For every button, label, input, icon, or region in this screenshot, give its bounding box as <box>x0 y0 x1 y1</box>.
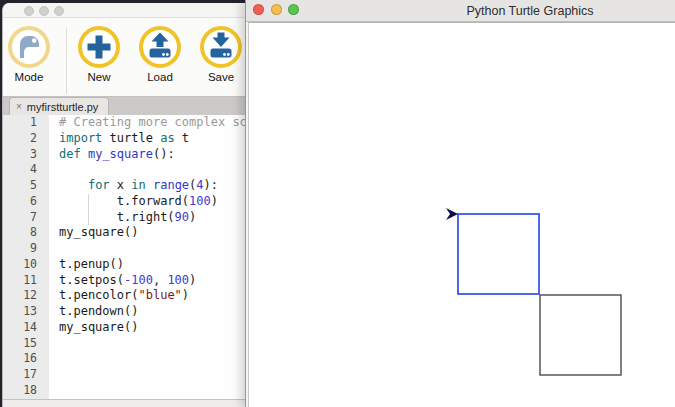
load-icon <box>138 25 182 69</box>
line-number: 15 <box>3 336 49 352</box>
line-number: 10 <box>3 257 49 273</box>
code-line[interactable]: 13t.pendown() <box>3 304 245 320</box>
code-text: t.pencolor("blue") <box>49 288 189 304</box>
code-line[interactable]: 9 <box>3 241 245 257</box>
new-button[interactable]: New <box>71 25 127 83</box>
black-square <box>540 295 621 375</box>
code-text: for x in range(4): <box>49 178 218 194</box>
code-text: def my_square(): <box>49 147 175 163</box>
code-text <box>49 336 59 352</box>
mode-button-label: Mode <box>2 71 57 83</box>
turtle-canvas[interactable] <box>248 22 675 407</box>
new-file-icon <box>77 25 121 69</box>
turtle-graphics-window: Python Turtle Graphics <box>245 0 675 407</box>
line-number: 3 <box>3 147 49 163</box>
code-line[interactable]: 2import turtle as t <box>3 131 245 147</box>
code-line[interactable]: 7 t.right(90) <box>3 210 245 226</box>
line-number: 5 <box>3 178 49 194</box>
turtle-cursor-icon <box>446 208 458 220</box>
code-text: t.penup() <box>49 257 124 273</box>
code-text <box>49 162 59 178</box>
code-line[interactable]: 17 <box>3 367 245 383</box>
mode-icon <box>7 25 51 69</box>
line-number: 6 <box>3 194 49 210</box>
line-number: 11 <box>3 273 49 289</box>
line-number: 1 <box>3 115 49 131</box>
toolbar-separator <box>66 28 67 94</box>
code-text <box>49 241 59 257</box>
new-button-label: New <box>71 71 127 83</box>
line-number: 12 <box>3 288 49 304</box>
turtle-canvas-svg <box>249 23 675 407</box>
line-number: 14 <box>3 320 49 336</box>
code-text: my_square() <box>49 320 138 336</box>
indent-guide <box>88 194 89 210</box>
tab-myfirstturtle[interactable]: × myfirstturtle.py <box>9 97 109 115</box>
blue-square <box>458 214 539 294</box>
save-button[interactable]: Save <box>193 25 245 83</box>
line-number: 9 <box>3 241 49 257</box>
code-text: # Creating more complex sc <box>49 115 245 131</box>
code-text: t.pendown() <box>49 304 138 320</box>
window-title: Python Turtle Graphics <box>466 4 593 18</box>
code-line[interactable]: 4 <box>3 162 245 178</box>
code-line[interactable]: 6 t.forward(100) <box>3 194 245 210</box>
code-line[interactable]: 3def my_square(): <box>3 147 245 163</box>
close-button-inactive[interactable] <box>24 6 34 16</box>
code-text: t.setpos(-100, 100) <box>49 273 196 289</box>
code-text: my_square() <box>49 225 138 241</box>
turtle-titlebar[interactable]: Python Turtle Graphics <box>246 0 675 22</box>
minimize-button-inactive[interactable] <box>39 6 49 16</box>
code-text: t.forward(100) <box>49 194 218 210</box>
zoom-button-inactive[interactable] <box>54 6 64 16</box>
mu-toolbar: Mode New Load <box>3 18 245 96</box>
status-bar <box>3 399 245 407</box>
save-button-label: Save <box>193 71 245 83</box>
line-number: 16 <box>3 351 49 367</box>
zoom-button[interactable] <box>288 4 299 15</box>
line-number: 17 <box>3 367 49 383</box>
code-line[interactable]: 1# Creating more complex sc <box>3 115 245 131</box>
load-button[interactable]: Load <box>132 25 188 83</box>
code-line[interactable]: 12t.pencolor("blue") <box>3 288 245 304</box>
line-number: 4 <box>3 162 49 178</box>
code-line[interactable]: 14my_square() <box>3 320 245 336</box>
line-number: 8 <box>3 225 49 241</box>
tab-label: myfirstturtle.py <box>27 101 99 113</box>
line-number: 13 <box>3 304 49 320</box>
code-editor[interactable]: 1# Creating more complex sc2import turtl… <box>3 115 245 399</box>
mode-button[interactable]: Mode <box>2 25 57 83</box>
code-text: import turtle as t <box>49 131 189 147</box>
save-icon <box>199 25 243 69</box>
mu-editor-window: Mode New Load <box>2 3 245 407</box>
code-text <box>49 383 59 399</box>
line-number: 2 <box>3 131 49 147</box>
close-button[interactable] <box>253 4 264 15</box>
code-line[interactable]: 16 <box>3 351 245 367</box>
code-line[interactable]: 11t.setpos(-100, 100) <box>3 273 245 289</box>
code-line[interactable]: 5 for x in range(4): <box>3 178 245 194</box>
mu-titlebar[interactable] <box>3 3 245 18</box>
tab-close-icon[interactable]: × <box>16 102 22 112</box>
code-text <box>49 351 59 367</box>
minimize-button[interactable] <box>271 4 282 15</box>
code-text <box>49 367 59 383</box>
code-line[interactable]: 18 <box>3 383 245 399</box>
code-line[interactable]: 10t.penup() <box>3 257 245 273</box>
line-number: 18 <box>3 383 49 399</box>
load-button-label: Load <box>132 71 188 83</box>
code-text: t.right(90) <box>49 210 196 226</box>
tab-bar: × myfirstturtle.py <box>3 96 245 115</box>
indent-guide <box>88 210 89 226</box>
code-line[interactable]: 15 <box>3 336 245 352</box>
line-number: 7 <box>3 210 49 226</box>
code-line[interactable]: 8my_square() <box>3 225 245 241</box>
